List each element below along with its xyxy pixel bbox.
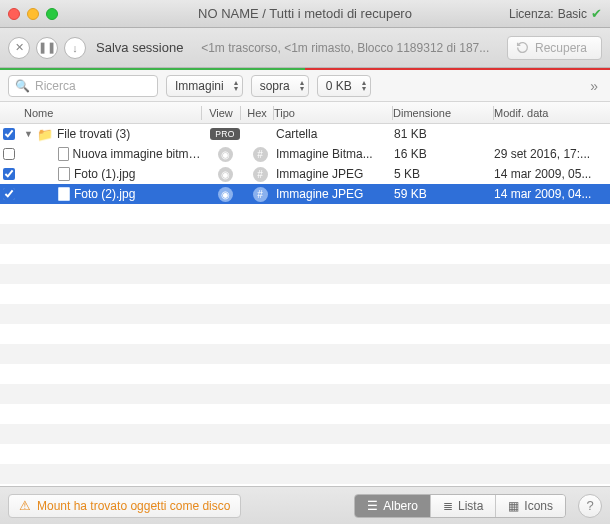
row-size: 59 KB <box>394 187 494 201</box>
row-name-cell: Nuova immagine bitmap.bmp <box>18 147 206 161</box>
column-headers: Nome View Hex Tipo Dimensione Modif. dat… <box>0 102 610 124</box>
table-row-group[interactable]: ▼ 📁 File trovati (3) PRO Cartella 81 KB <box>0 124 610 144</box>
refresh-icon <box>516 41 529 54</box>
row-view-cell: PRO <box>206 128 244 140</box>
select-arrows-icon: ▴▾ <box>300 80 304 92</box>
search-input-wrapper[interactable]: 🔍 <box>8 75 158 97</box>
col-name[interactable]: Nome <box>18 107 201 119</box>
tree-icon: ☰ <box>367 499 378 513</box>
list-icon: ≣ <box>443 499 453 513</box>
close-window-icon[interactable] <box>8 8 20 20</box>
row-size: 16 KB <box>394 147 494 161</box>
disclosure-triangle-icon[interactable]: ▼ <box>24 129 33 139</box>
file-name: Foto (2).jpg <box>74 187 135 201</box>
license-label: Licenza: <box>509 7 554 21</box>
filter-size-select[interactable]: 0 KB ▴▾ <box>317 75 371 97</box>
col-type[interactable]: Tipo <box>274 107 392 119</box>
eye-icon: ◉ <box>218 147 233 162</box>
file-name: Foto (1).jpg <box>74 167 135 181</box>
check-icon: ✔ <box>591 6 602 21</box>
file-icon <box>58 187 70 201</box>
col-hex[interactable]: Hex <box>241 107 273 119</box>
row-date: 14 mar 2009, 04... <box>494 187 610 201</box>
folder-icon: 📁 <box>37 127 53 142</box>
view-mode-icons[interactable]: ▦ Icons <box>496 495 565 517</box>
filter-type-value: Immagini <box>175 79 224 93</box>
pro-badge: PRO <box>210 128 240 140</box>
recover-button[interactable]: Recupera <box>507 36 602 60</box>
row-type: Immagine JPEG <box>276 167 394 181</box>
row-name-cell: Foto (2).jpg <box>18 187 206 201</box>
hex-button[interactable]: # <box>244 147 276 162</box>
view-mode-tree[interactable]: ☰ Albero <box>355 495 431 517</box>
scan-status-text: <1m trascorso, <1m rimasto, Blocco 11893… <box>189 41 501 55</box>
empty-rows-area <box>0 204 610 488</box>
table-row[interactable]: Foto (1).jpg ◉ # Immagine JPEG 5 KB 14 m… <box>0 164 610 184</box>
col-size[interactable]: Dimensione <box>393 107 493 119</box>
footer-bar: ⚠ Mount ha trovato oggetti come disco ☰ … <box>0 486 610 524</box>
filter-size-value: 0 KB <box>326 79 352 93</box>
window-title: NO NAME / Tutti i metodi di recupero <box>198 6 412 21</box>
row-checkbox[interactable] <box>0 148 18 160</box>
hash-icon: # <box>253 147 268 162</box>
table-row[interactable]: Nuova immagine bitmap.bmp ◉ # Immagine B… <box>0 144 610 164</box>
license-value: Basic <box>558 7 587 21</box>
mount-button[interactable]: ⚠ Mount ha trovato oggetti come disco <box>8 494 241 518</box>
row-checkbox[interactable] <box>0 188 18 200</box>
row-type: Immagine Bitma... <box>276 147 394 161</box>
group-name: File trovati (3) <box>57 127 130 141</box>
save-session-button[interactable]: Salva sessione <box>96 40 183 55</box>
recover-button-label: Recupera <box>535 41 587 55</box>
row-date: 14 mar 2009, 05... <box>494 167 610 181</box>
view-button[interactable]: ◉ <box>206 147 244 162</box>
view-button[interactable]: ◉ <box>206 167 244 182</box>
row-checkbox[interactable] <box>0 168 18 180</box>
row-size: 5 KB <box>394 167 494 181</box>
search-icon: 🔍 <box>15 79 30 93</box>
mount-button-label: Mount ha trovato oggetti come disco <box>37 499 230 513</box>
row-date: 29 set 2016, 17:... <box>494 147 610 161</box>
hex-button[interactable]: # <box>244 187 276 202</box>
eye-icon: ◉ <box>218 187 233 202</box>
search-input[interactable] <box>35 79 151 93</box>
row-type: Immagine JPEG <box>276 187 394 201</box>
stop-button[interactable]: ✕ <box>8 37 30 59</box>
filter-type-select[interactable]: Immagini ▴▾ <box>166 75 243 97</box>
toolbar: ✕ ❚❚ ↓ Salva sessione <1m trascorso, <1m… <box>0 28 610 68</box>
select-arrows-icon: ▴▾ <box>362 80 366 92</box>
view-mode-list[interactable]: ≣ Lista <box>431 495 496 517</box>
row-type: Cartella <box>276 127 394 141</box>
hash-icon: # <box>253 167 268 182</box>
hash-icon: # <box>253 187 268 202</box>
view-button[interactable]: ◉ <box>206 187 244 202</box>
zoom-window-icon[interactable] <box>46 8 58 20</box>
traffic-lights <box>8 8 58 20</box>
view-mode-list-label: Lista <box>458 499 483 513</box>
expand-filters-button[interactable]: » <box>586 78 602 94</box>
view-mode-tree-label: Albero <box>383 499 418 513</box>
select-arrows-icon: ▴▾ <box>234 80 238 92</box>
row-size: 81 KB <box>394 127 494 141</box>
filter-bar: 🔍 Immagini ▴▾ sopra ▴▾ 0 KB ▴▾ » <box>0 70 610 102</box>
titlebar: NO NAME / Tutti i metodi di recupero Lic… <box>0 0 610 28</box>
filter-position-select[interactable]: sopra ▴▾ <box>251 75 309 97</box>
hex-button[interactable]: # <box>244 167 276 182</box>
warning-icon: ⚠ <box>19 498 31 513</box>
file-icon <box>58 147 69 161</box>
col-date[interactable]: Modif. data <box>494 107 610 119</box>
file-name: Nuova immagine bitmap.bmp <box>73 147 206 161</box>
file-tree: ▼ 📁 File trovati (3) PRO Cartella 81 KB … <box>0 124 610 204</box>
col-view[interactable]: View <box>202 107 240 119</box>
grid-icon: ▦ <box>508 499 519 513</box>
view-mode-icons-label: Icons <box>524 499 553 513</box>
table-row-selected[interactable]: Foto (2).jpg ◉ # Immagine JPEG 59 KB 14 … <box>0 184 610 204</box>
row-checkbox[interactable] <box>0 128 18 140</box>
minimize-window-icon[interactable] <box>27 8 39 20</box>
license-indicator[interactable]: Licenza: Basic ✔ <box>509 6 602 21</box>
help-button[interactable]: ? <box>578 494 602 518</box>
save-button[interactable]: ↓ <box>64 37 86 59</box>
pause-button[interactable]: ❚❚ <box>36 37 58 59</box>
file-icon <box>58 167 70 181</box>
row-name-cell: Foto (1).jpg <box>18 167 206 181</box>
eye-icon: ◉ <box>218 167 233 182</box>
